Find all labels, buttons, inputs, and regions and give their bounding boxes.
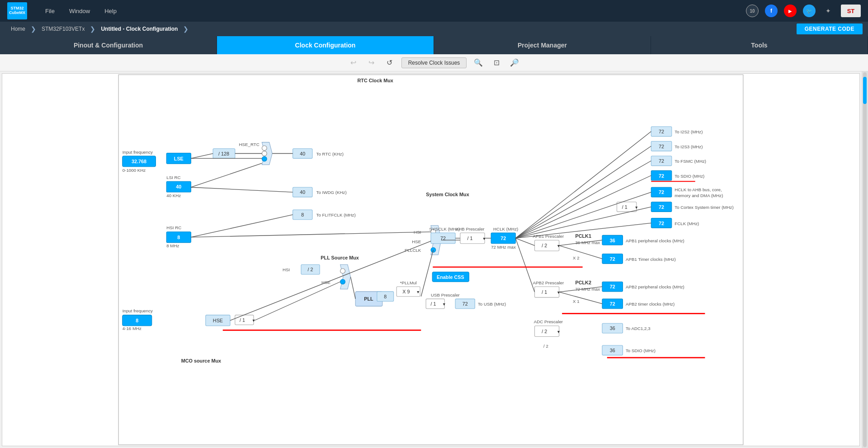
apb2-prescaler-label: APB2 Prescaler	[533, 280, 564, 285]
hackaday-icon[interactable]: ✦	[822, 5, 835, 17]
facebook-icon[interactable]: f	[765, 5, 778, 17]
toolbar: ↩ ↪ ↺ Resolve Clock Issues 🔍 ⊡ 🔎	[0, 54, 868, 71]
rtc-mux-lsi[interactable]	[262, 156, 267, 161]
pll-val: 8	[384, 294, 387, 299]
top-bar: STM32 CubeMX File Window Help 10 f ▶ 🐦 ✦…	[0, 0, 868, 22]
line-hse-to-pllsrc	[255, 282, 340, 321]
line-hclk-to-ahb	[515, 192, 651, 238]
logo-area: STM32 CubeMX	[7, 2, 27, 19]
rtc-mux-hse[interactable]	[262, 146, 267, 151]
clock-diagram-svg: RTC Clock Mux System Clock Mux PLL Sourc…	[2, 74, 859, 446]
lsi-rc-label: LSI RC	[166, 175, 180, 180]
hse-div1-label: / 1	[240, 317, 245, 323]
line-hclk-to-i2s3	[515, 146, 651, 238]
line-hse-to-div128	[191, 154, 213, 159]
adc-label: To ADC1,2,3	[626, 326, 651, 331]
zoom-in-button[interactable]: 🔍	[472, 57, 485, 69]
zoom-out-button[interactable]: 🔎	[508, 57, 521, 69]
to-flit-val: 8	[301, 212, 304, 217]
pll-source-mux-label: PLL Source Mux	[321, 255, 359, 261]
tab-project[interactable]: Project Manager	[434, 36, 651, 54]
apb2-tim-label: APB2 timer clocks (MHz)	[626, 302, 675, 307]
youtube-icon[interactable]: ▶	[784, 5, 797, 17]
usb-label: To USB (MHz)	[478, 302, 506, 307]
sdio2-label: To SDIO (MHz)	[626, 348, 656, 353]
pclk2-label: PCLK2	[575, 280, 591, 285]
pll-mux-hsi[interactable]	[340, 269, 345, 274]
adc-div-label: / 2	[542, 329, 547, 334]
div128-label: / 128	[218, 151, 229, 156]
line-pll-to-sysmux	[421, 250, 433, 297]
ahb-prescaler-label: AHB Prescaler	[456, 226, 485, 231]
line-hsi-to-sysmux	[191, 232, 431, 237]
menu-help[interactable]: Help	[104, 8, 117, 14]
tab-pinout[interactable]: Pinout & Configuration	[0, 36, 217, 54]
lse-label: LSE	[174, 156, 184, 161]
redo-button[interactable]: ↪	[365, 57, 378, 69]
sysclk-hse-label: HSE	[412, 239, 421, 244]
resolve-clock-button[interactable]: Resolve Clock Issues	[401, 57, 467, 68]
mco-source-mux-label-bottom: MCO source Mux	[181, 358, 221, 363]
breadcrumb-mcu[interactable]: STM32F103VETx	[36, 24, 90, 34]
scroll-track	[863, 72, 867, 447]
hclk-label: HCLK (MHz)	[493, 226, 518, 231]
refresh-button[interactable]: ↺	[383, 57, 396, 69]
sdio2-val: 36	[610, 348, 615, 353]
generate-code-button[interactable]: GENERATE CODE	[797, 24, 863, 34]
pll-src-hsi-label: HSI	[283, 267, 290, 272]
hse-label: HSE	[213, 318, 223, 323]
usb-prescaler-label: USB Prescaler	[431, 292, 460, 297]
pll-hsi-div2-label: / 2	[308, 267, 313, 272]
menu-window[interactable]: Window	[69, 8, 90, 14]
line-lsi-to-mux	[191, 163, 262, 187]
pll-mux-hse[interactable]	[340, 279, 345, 284]
undo-button[interactable]: ↩	[347, 57, 360, 69]
tab-clock[interactable]: Clock Configuration	[217, 36, 434, 54]
rtc-mux-lse[interactable]	[262, 151, 267, 156]
right-scrollbar[interactable]	[862, 71, 868, 448]
line-pllsrc-to-pll	[350, 277, 355, 299]
pll-src-mux-shape	[340, 264, 351, 289]
pll-label: PLL	[364, 296, 373, 302]
breadcrumb-home[interactable]: Home	[5, 24, 31, 34]
apb2-per-val: 72	[610, 284, 615, 289]
hsi-rc-label: HSI RC	[166, 225, 181, 230]
sdio1-label: To SDIO (MHz)	[675, 174, 704, 179]
to-iwdg-label: To IWDG (KHz)	[316, 190, 347, 195]
zoom-fit-button[interactable]: ⊡	[490, 57, 503, 69]
top-icons: 10 f ▶ 🐦 ✦ ST	[746, 5, 861, 17]
tab-bar: Pinout & Configuration Clock Configurati…	[0, 36, 868, 54]
apb1-per-label: APB1 peripheral clocks (MHz)	[626, 238, 684, 243]
line-apb2-to-tim	[559, 292, 602, 304]
i2s3-label: To I2S3 (MHz)	[675, 144, 703, 149]
input-freq2-range: 4-16 MHz	[123, 326, 142, 331]
fsmc-label: To FSMC (MHz)	[675, 159, 706, 164]
usb-val: 72	[462, 301, 468, 307]
apb2-tim-x1-label: X 1	[573, 299, 580, 304]
top-menu: File Window Help	[45, 8, 746, 14]
menu-file[interactable]: File	[45, 8, 55, 14]
lsi-unit: 40 KHz	[166, 193, 181, 198]
scroll-thumb[interactable]	[863, 77, 867, 104]
sdio-div2-label: / 2	[543, 344, 548, 349]
twitter-icon[interactable]: 🐦	[803, 5, 816, 17]
system-clock-mux-label: System Clock Mux	[426, 192, 469, 197]
hclk-ahb-label: HCLK to AHB bus, core,	[675, 187, 722, 192]
breadcrumb-current[interactable]: Untitled - Clock Configuration	[95, 24, 183, 34]
apb1-per-val: 36	[610, 238, 615, 243]
cortex-div-label: / 1	[622, 204, 627, 210]
i2s3-val: 72	[659, 144, 664, 149]
apb2-tim-val: 72	[610, 301, 615, 307]
hsi-unit: 8 MHz	[166, 243, 179, 248]
cortex-val: 72	[659, 204, 664, 210]
fclk-val: 72	[659, 221, 664, 226]
ahb-div-label: / 1	[467, 236, 473, 241]
usb-div-arrow: ▼	[442, 302, 446, 307]
adc-val: 36	[610, 325, 615, 331]
to-iwdg-val: 40	[300, 189, 305, 195]
fsmc-val: 72	[659, 158, 664, 164]
line-lsi-to-iwdg	[191, 187, 292, 192]
tab-tools[interactable]: Tools	[651, 36, 868, 54]
input-freq2-label: Input frequency	[123, 308, 153, 313]
apb1-div-label: / 2	[542, 243, 547, 248]
